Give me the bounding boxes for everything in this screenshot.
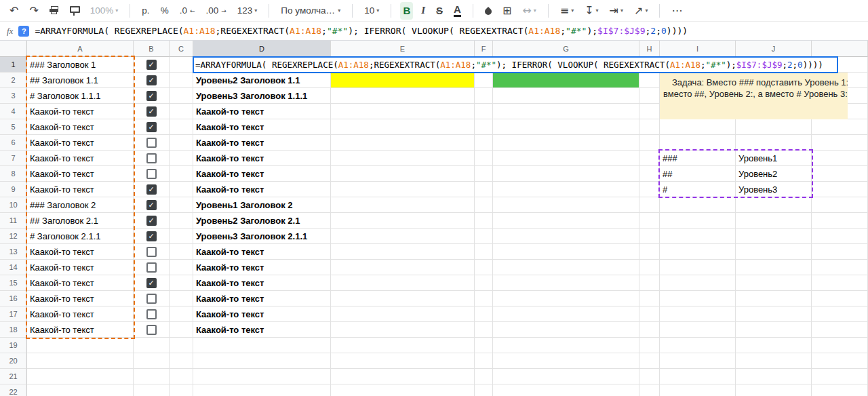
cell-J8[interactable]: Уровень2 [736,166,812,182]
font-size-button[interactable]: 10▾ [361,2,382,20]
cell-B12[interactable]: ✓ [134,229,170,244]
cell-G10[interactable] [493,197,639,213]
cell-D21[interactable] [193,369,331,384]
font-family-button[interactable]: По умолча…▾ [278,2,343,20]
cell-K10[interactable] [812,197,868,213]
text-color-button[interactable]: A [451,2,464,20]
cell-C18[interactable] [170,322,193,338]
cell-F15[interactable] [475,275,493,291]
row-header-19[interactable]: 19 [0,338,27,353]
cell-J5[interactable] [736,119,812,135]
cell-J15[interactable] [736,275,812,291]
cell-E20[interactable] [331,353,475,369]
cell-D12[interactable]: Уровень3 Заголовок 2.1.1 [193,229,331,244]
cell-F6[interactable] [475,135,493,151]
sheet-corner[interactable] [0,41,27,57]
cell-C10[interactable] [170,197,193,213]
cell-D2[interactable]: Уровень2 Заголовок 1.1 [193,73,331,88]
cell-A15[interactable]: Каакой-то текст [27,275,134,291]
cell-J16[interactable] [736,291,812,306]
cell-K6[interactable] [812,135,868,151]
cell-G8[interactable] [493,166,639,182]
cell-G5[interactable] [493,119,639,135]
checkbox-B3[interactable]: ✓ [146,91,157,101]
cell-G4[interactable] [493,104,639,119]
cell-G20[interactable] [493,353,639,369]
cell-G17[interactable] [493,306,639,322]
cell-C6[interactable] [170,135,193,151]
cell-H9[interactable] [639,182,660,197]
cell-J6[interactable] [736,135,812,151]
checkbox-B14[interactable] [146,262,157,273]
checkbox-B9[interactable]: ✓ [146,184,157,195]
cell-F2[interactable] [475,73,493,88]
cell-H2[interactable] [639,73,660,88]
cell-A6[interactable]: Каакой-то текст [27,135,134,151]
cell-C21[interactable] [170,369,193,384]
cell-J18[interactable] [736,322,812,338]
cell-F18[interactable] [475,322,493,338]
cell-A16[interactable]: Каакой-то текст [27,291,134,306]
cell-I13[interactable] [660,244,736,260]
borders-button[interactable]: ⊞ [500,2,514,20]
cell-H7[interactable] [639,151,660,166]
cell-F12[interactable] [475,229,493,244]
cell-E15[interactable] [331,275,475,291]
checkbox-B16[interactable] [146,294,157,304]
increase-decimals-button[interactable]: .00→ [203,2,229,20]
cell-J14[interactable] [736,260,812,275]
column-header-B[interactable]: B [134,41,170,57]
paint-format-button[interactable] [67,2,82,20]
cell-F16[interactable] [475,291,493,306]
cell-B9[interactable]: ✓ [134,182,170,197]
cell-G3[interactable] [493,88,639,104]
cell-A1[interactable]: ### Заголовок 1 [27,57,134,73]
cell-H19[interactable] [639,338,660,353]
cell-E22[interactable] [331,384,475,396]
column-header-A[interactable]: A [27,41,134,57]
cell-K9[interactable] [812,182,868,197]
cell-H6[interactable] [639,135,660,151]
cell-K17[interactable] [812,306,868,322]
cell-A17[interactable]: Каакой-то текст [27,306,134,322]
column-header-partial[interactable] [812,41,868,57]
cell-G6[interactable] [493,135,639,151]
cell-B6[interactable] [134,135,170,151]
checkbox-B2[interactable]: ✓ [146,75,157,85]
cell-A9[interactable]: Каакой-то текст [27,182,134,197]
cell-J10[interactable] [736,197,812,213]
cell-I5[interactable] [660,119,736,135]
cell-I6[interactable] [660,135,736,151]
cell-C8[interactable] [170,166,193,182]
column-header-D[interactable]: D [193,41,331,57]
cell-A12[interactable]: # Заголовок 2.1.1 [27,229,134,244]
cell-C14[interactable] [170,260,193,275]
cell-B4[interactable]: ✓ [134,104,170,119]
cell-I17[interactable] [660,306,736,322]
checkbox-B11[interactable]: ✓ [146,216,157,226]
cell-E4[interactable] [331,104,475,119]
cell-E12[interactable] [331,229,475,244]
cell-G15[interactable] [493,275,639,291]
cell-D3[interactable]: Уровень3 Заголовок 1.1.1 [193,88,331,104]
cell-A2[interactable]: ## Заголовок 1.1 [27,73,134,88]
cell-B20[interactable] [134,353,170,369]
row-header-1[interactable]: 1 [0,57,27,73]
cell-H15[interactable] [639,275,660,291]
cell-H4[interactable] [639,104,660,119]
cell-D6[interactable]: Каакой-то текст [193,135,331,151]
cell-J12[interactable] [736,229,812,244]
redo-button[interactable]: ↷ [26,2,41,20]
cell-F20[interactable] [475,353,493,369]
cell-H22[interactable] [639,384,660,396]
cell-B13[interactable] [134,244,170,260]
cell-E10[interactable] [331,197,475,213]
cell-F17[interactable] [475,306,493,322]
cell-C17[interactable] [170,306,193,322]
horizontal-align-button[interactable]: ≡▾ [557,2,576,20]
column-header-E[interactable]: E [331,41,475,57]
cell-I15[interactable] [660,275,736,291]
cell-K7[interactable] [812,151,868,166]
cell-I20[interactable] [660,353,736,369]
column-header-G[interactable]: G [493,41,639,57]
